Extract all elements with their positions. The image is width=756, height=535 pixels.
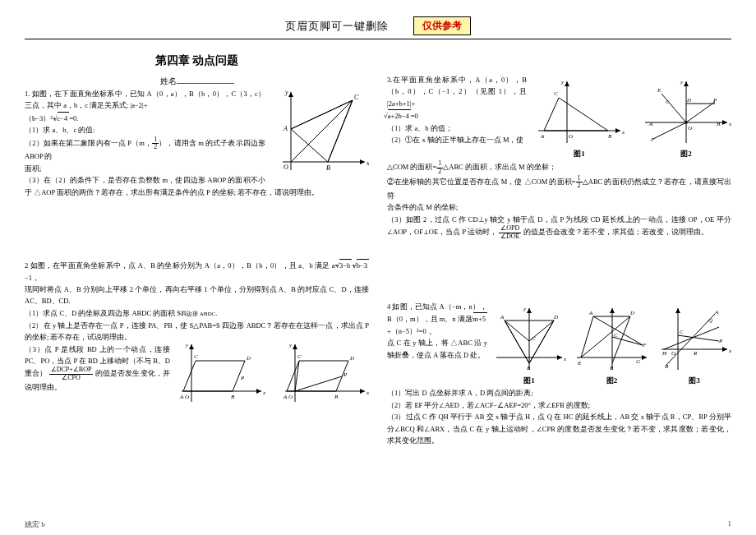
svg-line-60	[653, 122, 686, 139]
svg-text:P: P	[718, 338, 723, 344]
svg-text:A: A	[648, 121, 653, 127]
svg-marker-56	[684, 81, 689, 86]
q2-intro: 2 如图，在平面直角坐标系中，点 A、B 的坐标分别为 A（a，0），B（b，0…	[25, 261, 339, 270]
svg-text:C: C	[666, 99, 670, 105]
question-3: x y O A B C 图1	[387, 74, 731, 240]
svg-text:E: E	[657, 87, 662, 94]
svg-text:C: C	[532, 335, 536, 342]
svg-text:y: y	[284, 89, 288, 96]
q3-p2d: ②在坐标轴的其它位置是否存在点 M，使 △COM 的面积=	[387, 178, 576, 186]
fig-label-q4-1: 图1	[492, 375, 566, 387]
svg-text:C: C	[614, 332, 618, 339]
svg-text:F: F	[650, 136, 655, 143]
q3-hd2: 2	[576, 182, 583, 189]
svg-text:H: H	[662, 350, 667, 357]
q1-intro: 1. 如图，在下面直角坐标系中，已知 A（0，a），B（b，0），C（3，c）三…	[25, 90, 265, 109]
q3-p3b: 的值是否会改变？若不变，求其值；若改变，说明理由。	[523, 228, 708, 236]
fig-label-2: 图2	[641, 148, 731, 160]
svg-text:y: y	[680, 79, 684, 85]
svg-marker-49	[544, 98, 608, 131]
svg-line-95	[581, 316, 630, 357]
q1-eq2: =0.	[69, 114, 78, 122]
name-label: 姓名	[160, 76, 177, 85]
q2-l2: 现同时将点 A、B 分别向上平移 2 个单位，再向右平移 1 个单位，分别得到点…	[25, 284, 369, 307]
svg-marker-89	[610, 308, 615, 313]
svg-marker-73	[557, 355, 562, 360]
q2-sqrta: 3−b	[339, 259, 352, 271]
chapter-title: 第四章 动点问题	[25, 51, 369, 71]
svg-text:B: B	[608, 133, 612, 140]
figure-q1: x y O A B C	[270, 88, 369, 178]
q2-p1sub: 四边形 ABDC	[181, 311, 215, 317]
svg-line-81	[529, 321, 554, 363]
svg-text:A: A	[179, 394, 184, 400]
svg-line-61	[686, 102, 715, 122]
svg-text:y: y	[288, 342, 293, 348]
figure-q4-2: A D E C F B G 图2	[573, 304, 651, 387]
svg-marker-36	[183, 361, 245, 391]
svg-marker-87	[642, 355, 647, 360]
svg-text:C: C	[194, 353, 198, 360]
svg-text:y: y	[185, 342, 189, 348]
q1-sqrt: c−4	[58, 112, 70, 124]
svg-line-80	[505, 321, 529, 363]
footer-left: 姚宏 b	[25, 519, 45, 530]
svg-text:G: G	[636, 358, 640, 365]
svg-marker-32	[189, 344, 194, 349]
svg-text:A: A	[588, 310, 593, 316]
svg-line-90	[581, 316, 593, 357]
svg-text:D: D	[349, 355, 354, 362]
q2-p3b: 的值是否发生变化，并说明理由。	[25, 369, 170, 391]
figure-q3-1: x y O A B C 图1	[534, 77, 625, 160]
svg-marker-104	[722, 347, 727, 352]
fig-label-1: 图1	[534, 148, 625, 160]
svg-text:A: A	[540, 133, 545, 140]
svg-marker-15	[360, 389, 365, 394]
svg-marker-45	[565, 81, 569, 86]
svg-text:y: y	[523, 306, 527, 312]
svg-text:D: D	[629, 310, 634, 316]
name-field: 姓名	[25, 74, 369, 88]
question-2: 2 如图，在平面直角坐标系中，点 A、B 的坐标分别为 A（a，0），B（b，0…	[25, 259, 369, 406]
q4-plus: +（n−5）²=0，	[387, 327, 434, 335]
q3-p2c: △ABC 的面积，求出点 M 的坐标；	[443, 163, 555, 171]
svg-line-109	[678, 335, 719, 341]
fig-label-q4-3: 图3	[657, 375, 731, 387]
svg-text:P: P	[343, 371, 348, 378]
svg-line-8	[291, 100, 353, 129]
question-4: x y A D C B 图1	[387, 301, 731, 446]
svg-text:B: B	[665, 363, 669, 370]
q2-tail: −1，	[25, 274, 39, 282]
svg-text:A: A	[283, 125, 288, 132]
svg-text:A: A	[283, 394, 288, 400]
q4-p3: （3）过点 C 作 QH 平行于 AB 交 x 轴于点 H，点 Q 在 HC 的…	[387, 411, 731, 446]
q1-half-d: 2	[152, 144, 159, 150]
header-text: 页眉页脚可一键删除	[285, 19, 389, 34]
figure-q4-1: x y A D C B 图1	[492, 304, 566, 387]
svg-marker-43	[615, 128, 620, 133]
svg-text:O: O	[284, 164, 288, 171]
svg-text:Q: Q	[708, 317, 712, 324]
q4-p2: （2）若 EF 平分∠AED，若∠ACF−∠AEF=20°，求∠EFB 的度数;	[387, 399, 731, 411]
q3-p2f: 合条件的点 M 的坐标;	[387, 201, 731, 213]
svg-text:P: P	[712, 97, 717, 104]
figure-q4-3: A Q C P R H O B x 图3	[657, 304, 731, 387]
svg-text:A: A	[500, 314, 505, 321]
q4-l2: 点 C 在 y 轴上，将 △ABC 沿 y 轴折叠，使点 A 落在点 D 处。	[387, 337, 494, 361]
svg-text:x: x	[366, 390, 369, 396]
svg-text:E: E	[577, 360, 582, 367]
q1-p2a: （2）如果在第二象限内有一点 P（m，	[25, 138, 152, 146]
svg-line-22	[295, 376, 342, 391]
footer: 姚宏 b 1	[25, 519, 731, 530]
svg-text:C: C	[554, 90, 558, 97]
svg-line-10	[291, 100, 353, 162]
page-number: 1	[728, 519, 732, 530]
svg-marker-106	[675, 308, 680, 313]
figure-q3-2: x y B A D C P E	[641, 77, 731, 160]
svg-text:x: x	[728, 348, 731, 354]
q2-sqrtb: b−3	[357, 259, 369, 271]
svg-text:B: B	[527, 365, 531, 371]
figure-q2b: x y O A B C D P	[279, 340, 369, 406]
svg-line-9	[328, 100, 353, 162]
svg-text:A: A	[714, 309, 719, 316]
